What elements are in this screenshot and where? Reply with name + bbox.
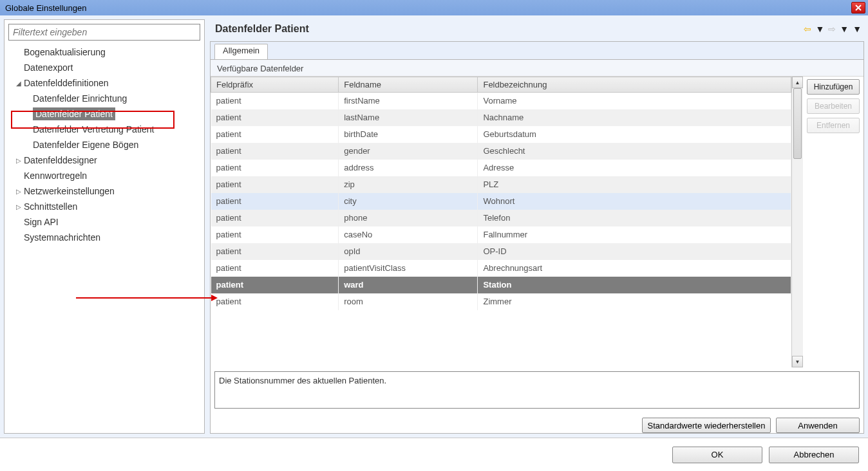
table-row[interactable]: patientcaseNoFallnummer [211, 226, 791, 243]
tree-item-label: Datenfelddesigner [24, 155, 97, 165]
cell-prefix: patient [211, 126, 339, 143]
tree-item-label: Sign API [24, 217, 59, 227]
cell-desc: PLZ [478, 176, 791, 193]
tab-strip: Allgemein [211, 42, 863, 60]
tab-general[interactable]: Allgemein [214, 44, 268, 59]
cell-desc: Geschlecht [478, 143, 791, 160]
restore-defaults-button[interactable]: Standardwerte wiederherstellen [642, 418, 771, 433]
scroll-up-icon[interactable]: ▲ [792, 77, 803, 88]
chevron-right-icon: ▷ [16, 157, 23, 164]
table-row[interactable]: patientphoneTelefon [211, 210, 791, 226]
tree-item-label: Systemnachrichten [24, 232, 100, 243]
tree-item-label: Netzwerkeinstellungen [24, 186, 115, 196]
table-row[interactable]: patientwardStation [211, 277, 791, 293]
cell-prefix: patient [211, 143, 339, 160]
tree-item[interactable]: Systemnachrichten [8, 230, 200, 245]
cell-desc: Wohnort [478, 193, 791, 210]
settings-tree[interactable]: BogenaktualisierungDatenexport◢Datenfeld… [8, 44, 200, 429]
cell-name: patientVisitClass [339, 260, 478, 277]
table-row[interactable]: patientfirstNameVorname [211, 93, 791, 109]
col-name[interactable]: Feldname [339, 77, 478, 93]
table-row[interactable]: patientzipPLZ [211, 176, 791, 193]
col-prefix[interactable]: Feldpräfix [211, 77, 339, 93]
cell-prefix: patient [211, 176, 339, 193]
table-row[interactable]: patientlastNameNachname [211, 109, 791, 126]
titlebar: Globale Einstellungen [0, 0, 868, 15]
table-row[interactable]: patientopIdOP-ID [211, 243, 791, 260]
cell-prefix: patient [211, 160, 339, 176]
apply-button[interactable]: Anwenden [776, 418, 860, 433]
back-arrow-icon[interactable]: ⇦ [804, 24, 811, 34]
cell-prefix: patient [211, 243, 339, 260]
tree-item[interactable]: ▷Netzwerkeinstellungen [8, 183, 200, 199]
filter-input[interactable] [8, 24, 200, 41]
tree-item-label: Schnittstellen [24, 201, 77, 212]
cell-name: caseNo [339, 226, 478, 243]
tree-item-label: Datenfelder Vertretung Patient [33, 124, 154, 134]
back-menu-dropdown-icon[interactable]: ▼ [815, 24, 824, 34]
cell-desc: Nachname [478, 109, 791, 126]
tree-item-label: Datenfelder Einrichtung [33, 93, 127, 104]
cell-desc: Adresse [478, 160, 791, 176]
scroll-thumb[interactable] [793, 88, 802, 159]
tree-item[interactable]: ▷Schnittstellen [8, 199, 200, 214]
navigation-pane: BogenaktualisierungDatenexport◢Datenfeld… [4, 19, 205, 434]
description-box: Die Stationsnummer des aktuellen Patient… [214, 371, 860, 409]
cell-name: birthDate [339, 126, 478, 143]
dialog-footer: OK Abbrechen [0, 438, 868, 471]
table-row[interactable]: patientaddressAdresse [211, 160, 791, 176]
cell-prefix: patient [211, 93, 339, 109]
view-menu-dropdown-icon[interactable]: ▼ [853, 24, 862, 34]
cancel-button[interactable]: Abbrechen [769, 447, 859, 463]
cell-name: room [339, 293, 478, 310]
table-row[interactable]: patientroomZimmer [211, 293, 791, 310]
tree-item[interactable]: Datenfelder Eigene Bögen [8, 137, 200, 152]
chevron-right-icon: ▷ [16, 203, 23, 210]
add-button[interactable]: Hinzufügen [807, 79, 860, 95]
cell-name: zip [339, 176, 478, 193]
col-desc[interactable]: Feldbezeichnung [478, 77, 791, 93]
table-row[interactable]: patientpatientVisitClassAbrechnungsart [211, 260, 791, 277]
table-row[interactable]: patientbirthDateGeburtsdatum [211, 126, 791, 143]
cell-name: city [339, 193, 478, 210]
tree-item-label: Bogenaktualisierung [24, 47, 106, 57]
cell-name: opId [339, 243, 478, 260]
cell-name: lastName [339, 109, 478, 126]
vertical-scrollbar[interactable]: ▲ ▼ [791, 77, 803, 367]
tree-item-label: Datenfelder Patient [33, 107, 115, 120]
chevron-down-icon: ◢ [16, 80, 23, 87]
cell-name: address [339, 160, 478, 176]
forward-arrow-icon[interactable]: ⇨ [828, 24, 836, 34]
tree-item[interactable]: Kennwortregeln [8, 168, 200, 183]
cell-prefix: patient [211, 293, 339, 310]
header-nav-icons: ⇦ ▼ ⇨ ▼ ▼ [804, 24, 862, 34]
tree-item[interactable]: ▷Datenfelddesigner [8, 152, 200, 168]
ok-button[interactable]: OK [672, 447, 762, 463]
close-button[interactable] [851, 2, 865, 14]
edit-button: Bearbeiten [807, 98, 860, 114]
forward-menu-dropdown-icon[interactable]: ▼ [840, 24, 849, 34]
cell-prefix: patient [211, 226, 339, 243]
table-row[interactable]: patientgenderGeschlecht [211, 143, 791, 160]
tree-item[interactable]: Datenfelder Vertretung Patient [8, 122, 200, 137]
tree-item[interactable]: Datenfelder Einrichtung [8, 91, 200, 106]
tree-item[interactable]: Datenexport [8, 60, 200, 75]
tree-item[interactable]: ◢Datenfelddefinitionen [8, 75, 200, 91]
cell-prefix: patient [211, 260, 339, 277]
chevron-right-icon: ▷ [16, 188, 23, 195]
table-row[interactable]: patientcityWohnort [211, 193, 791, 210]
cell-desc: Geburtsdatum [478, 126, 791, 143]
cell-name: firstName [339, 93, 478, 109]
tree-item-label: Datenfelder Eigene Bögen [33, 140, 138, 150]
page-title: Datenfelder Patient [215, 23, 309, 35]
scroll-down-icon[interactable]: ▼ [792, 356, 803, 367]
tree-item[interactable]: Bogenaktualisierung [8, 44, 200, 60]
tree-item[interactable]: Sign API [8, 214, 200, 230]
tree-item-label: Kennwortregeln [24, 171, 87, 181]
cell-name: phone [339, 210, 478, 226]
group-label: Verfügbare Datenfelder [211, 60, 863, 77]
fields-table[interactable]: Feldpräfix Feldname Feldbezeichnung pati… [211, 77, 791, 310]
cell-name: ward [339, 277, 478, 293]
tree-item[interactable]: Datenfelder Patient [8, 106, 200, 122]
cell-desc: OP-ID [478, 243, 791, 260]
